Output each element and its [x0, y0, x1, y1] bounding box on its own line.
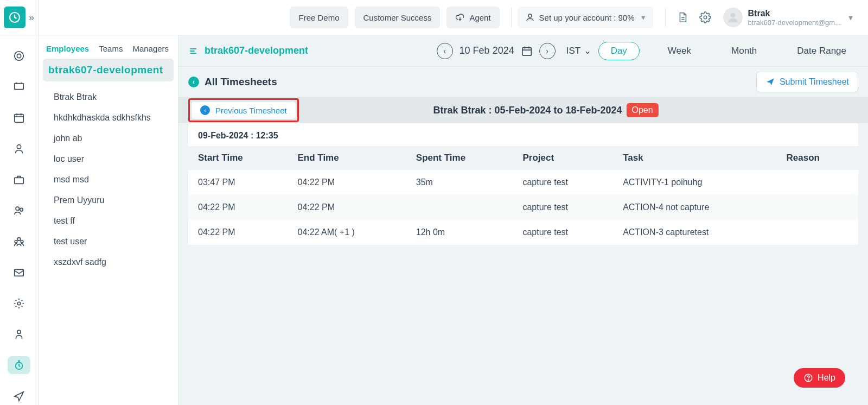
tab-date-range[interactable]: Date Range	[785, 42, 858, 60]
agent-button[interactable]: Agent	[446, 7, 499, 28]
logo-area: »	[0, 0, 39, 35]
svg-point-1	[528, 14, 532, 17]
list-item[interactable]: john ab	[50, 128, 174, 149]
svg-point-11	[20, 208, 23, 211]
rail-screen[interactable]	[8, 78, 30, 96]
list-item[interactable]: loc user	[50, 149, 174, 169]
download-cloud-icon	[455, 12, 465, 22]
free-demo-button[interactable]: Free Demo	[290, 7, 348, 28]
table-row[interactable]: 04:22 PM 04:22 AM( +1 ) 12h 0m capture t…	[188, 220, 858, 245]
breadcrumb[interactable]: btrak607-development	[188, 45, 308, 56]
breadcrumb-label: btrak607-development	[205, 45, 308, 56]
user-text: Btrak btrak607-development@gm...	[748, 9, 841, 27]
help-button[interactable]: Help	[794, 368, 845, 388]
caret-down-icon: ▾	[848, 12, 853, 23]
table-header-row: Start Time End Time Spent Time Project T…	[188, 146, 858, 170]
brand-logo[interactable]	[4, 7, 25, 28]
topbar-actions: Free Demo Customer Success Agent Set up …	[39, 6, 868, 29]
svg-rect-15	[15, 269, 24, 276]
gear-icon	[699, 11, 711, 23]
submit-timesheet-button[interactable]: Submit Timesheet	[756, 72, 858, 92]
svg-point-3	[730, 13, 735, 18]
svg-rect-9	[15, 178, 24, 183]
table-row[interactable]: 04:22 PM 04:22 PM capture test ACTION-4 …	[188, 195, 858, 220]
list-item[interactable]: msd msd	[50, 169, 174, 190]
subhead: ‹ All Timesheets Submit Timesheet	[178, 67, 868, 97]
list-icon	[188, 46, 199, 56]
status-badge: Open	[627, 103, 659, 117]
agent-button-label: Agent	[469, 13, 490, 22]
customer-success-button[interactable]: Customer Success	[355, 7, 441, 28]
list-item[interactable]: Prem Uyyuru	[50, 190, 174, 211]
help-icon	[803, 373, 813, 383]
cell-spent: 35m	[406, 170, 513, 195]
document-icon-button[interactable]	[671, 6, 694, 29]
cell-start: 03:47 PM	[188, 170, 288, 195]
col-project: Project	[513, 146, 613, 170]
tab-day[interactable]: Day	[598, 42, 640, 60]
cell-start: 04:22 PM	[188, 220, 288, 245]
range-tabs: Day Week Month Date Range	[598, 42, 858, 60]
rail-calendar[interactable]	[8, 109, 30, 127]
list-item[interactable]: test ff	[50, 211, 174, 231]
band-title-text: Btrak Btrak : 05-Feb-2024 to 18-Feb-2024	[433, 105, 622, 116]
col-spent-time: Spent Time	[406, 146, 513, 170]
previous-timesheet-highlight: ‹ Previous Timesheet	[188, 98, 299, 122]
previous-timesheet-button[interactable]: ‹ Previous Timesheet	[191, 101, 296, 119]
col-task: Task	[613, 146, 776, 170]
setup-account-button[interactable]: Set up your account : 90% ▾	[518, 7, 653, 28]
topbar: » Free Demo Customer Success Agent Set u…	[0, 0, 868, 35]
all-timesheets-heading[interactable]: ‹ All Timesheets	[188, 76, 277, 88]
cell-reason	[777, 195, 858, 220]
timezone-selector[interactable]: IST ⌄	[566, 45, 591, 56]
sidepanel-tabs: Employees Teams Managers	[43, 40, 174, 59]
arrow-left-icon: ‹	[200, 105, 210, 115]
timestamp-heading: 09-Feb-2024 : 12:35	[188, 123, 858, 146]
user-setup-icon	[525, 12, 535, 22]
user-menu[interactable]: Btrak btrak607-development@gm... ▾	[723, 8, 861, 27]
tab-week[interactable]: Week	[656, 42, 703, 60]
svg-point-12	[17, 238, 21, 241]
list-item[interactable]: xszdxvf sadfg	[50, 252, 174, 273]
list-item[interactable]: test user	[50, 231, 174, 252]
tab-teams[interactable]: Teams	[99, 44, 123, 53]
cell-project: capture test	[513, 170, 613, 195]
next-day-button[interactable]: ›	[539, 43, 556, 59]
date-label: 10 Feb 2024	[459, 45, 514, 56]
settings-icon-button[interactable]	[694, 6, 717, 29]
rail-settings[interactable]	[8, 294, 30, 312]
rail-mail[interactable]	[8, 263, 30, 281]
rail-user[interactable]	[8, 140, 30, 158]
rail-profile[interactable]	[8, 325, 30, 343]
user-name: Btrak	[748, 9, 841, 18]
cell-end: 04:22 AM( +1 )	[288, 220, 406, 245]
tab-managers[interactable]: Managers	[132, 44, 169, 53]
list-item[interactable]: hkdhkdhaskda sdkhsfkhs	[50, 107, 174, 128]
nav-rail	[0, 35, 39, 405]
rail-briefcase[interactable]	[8, 171, 30, 189]
send-icon	[765, 77, 775, 87]
prev-day-button[interactable]: ‹	[437, 43, 453, 59]
svg-point-2	[704, 16, 707, 19]
separator	[512, 8, 512, 27]
tab-employees[interactable]: Employees	[46, 44, 89, 53]
content-head: btrak607-development ‹ 10 Feb 2024 › IST…	[178, 35, 868, 67]
col-start-time: Start Time	[188, 146, 288, 170]
rail-timesheet[interactable]	[8, 356, 30, 374]
svg-point-16	[17, 302, 21, 305]
rail-team[interactable]	[8, 233, 30, 251]
svg-point-5	[17, 54, 21, 58]
selected-entity[interactable]: btrak607-development	[43, 59, 174, 81]
table-row[interactable]: 03:47 PM 04:22 PM 35m capture test ACTIV…	[188, 170, 858, 195]
list-item[interactable]: Btrak Btrak	[50, 87, 174, 107]
avatar	[723, 8, 743, 27]
calendar-icon[interactable]	[521, 45, 533, 57]
tab-month[interactable]: Month	[719, 42, 769, 60]
rail-people[interactable]	[8, 202, 30, 220]
submit-timesheet-label: Submit Timesheet	[780, 77, 849, 87]
rail-location[interactable]	[8, 387, 30, 405]
sidebar-collapse-icon[interactable]: »	[29, 12, 34, 23]
rail-dashboard[interactable]	[8, 47, 30, 65]
svg-point-10	[16, 207, 19, 210]
cell-spent: 12h 0m	[406, 220, 513, 245]
